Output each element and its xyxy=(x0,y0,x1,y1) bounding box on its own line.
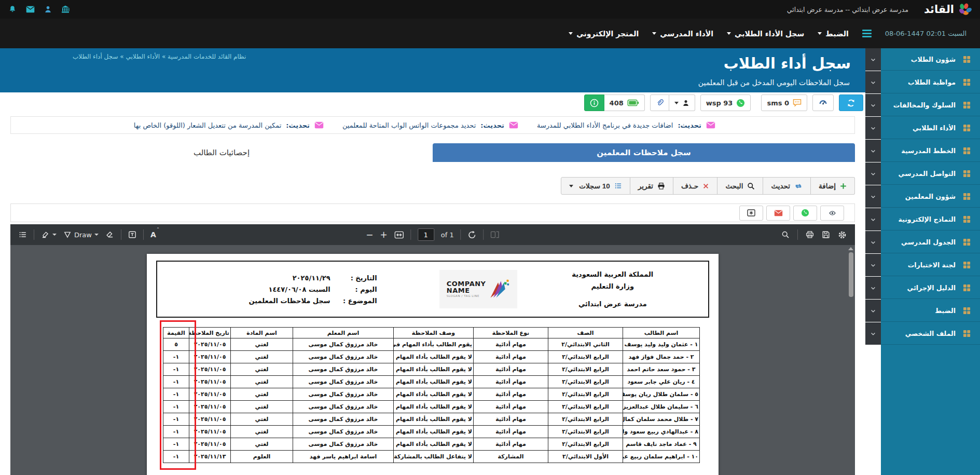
two-page-view-button[interactable] xyxy=(491,230,500,239)
update-message[interactable]: تحديث: اضافات جديدة في برنامج الأداء الط… xyxy=(537,121,715,129)
text-box-tool[interactable] xyxy=(128,230,136,239)
sidebar-item[interactable]: الملف الشخصي xyxy=(865,322,980,345)
pdf-settings-gear-icon[interactable] xyxy=(838,230,847,239)
sidebar-item-expander[interactable] xyxy=(865,48,881,71)
school-name: مدرسة عرض ابتدائي -- مدرسة عرض ابتدائي xyxy=(787,6,908,13)
user-menu-button[interactable] xyxy=(669,94,695,111)
sidebar-item-expander[interactable] xyxy=(865,322,881,345)
notes-count-button[interactable]: 408 xyxy=(604,94,645,111)
add-button[interactable]: إضافة xyxy=(811,177,855,195)
meta-row: اليوم : السبت ١٤٤٧/٠٦/٠٨ xyxy=(157,286,377,293)
zoom-in-button[interactable]: + xyxy=(380,229,388,240)
sidebar-item[interactable]: شؤون المعلمين xyxy=(865,185,980,208)
records-count-button[interactable]: 10 سجلات xyxy=(561,177,630,195)
scrollbar-thumb[interactable] xyxy=(849,252,853,297)
pdf-print-icon[interactable] xyxy=(806,230,814,239)
sidebar-item[interactable]: الخطط المدرسية xyxy=(865,140,980,162)
cell-note-type: مهام أدائية xyxy=(474,363,548,376)
refresh-page-button[interactable] xyxy=(839,94,863,111)
document-meta: التاريخ : ٢٠٢٥/١١/٢٩ اليوم : السبت ١٤٤٧/… xyxy=(157,274,439,305)
sidebar-item[interactable]: الأداء الطلابي xyxy=(865,117,980,139)
cell-subject: العلوم xyxy=(231,451,293,463)
nav-menu-item[interactable]: سجل الأداء الطلابي xyxy=(727,30,804,38)
update-message[interactable]: تحديث: تمكين المدرسة من تتعديل الشعار (ا… xyxy=(134,121,324,129)
sidebar-item-expander[interactable] xyxy=(865,300,881,322)
refresh-button[interactable]: تحديث xyxy=(763,177,811,195)
nav-menu-item[interactable]: الأداء المدرسي xyxy=(652,30,713,38)
mail-icon[interactable] xyxy=(26,6,35,13)
delete-button[interactable]: حـذف xyxy=(673,177,717,195)
pdf-save-icon[interactable] xyxy=(822,230,830,239)
highlighter-tool[interactable] xyxy=(41,230,57,239)
tab-student-statistics[interactable]: إحصائيات الطالب xyxy=(10,143,433,162)
report-button[interactable]: تقرير xyxy=(630,177,673,195)
sidebar-item[interactable]: الضبط xyxy=(865,300,980,322)
pdf-search-icon[interactable] xyxy=(781,230,790,239)
dashboard-button[interactable] xyxy=(812,94,834,111)
tab-teacher-notes-log[interactable]: سجل ملاحظات المعلمين xyxy=(433,143,855,162)
cell-teacher-name: خالد مرزوق كمال موسى xyxy=(293,351,394,363)
brand[interactable]: القائد xyxy=(924,3,972,16)
bell-icon[interactable] xyxy=(8,5,17,13)
user-icon[interactable] xyxy=(44,5,52,13)
sms-count-button[interactable]: sms 0 xyxy=(761,94,807,111)
fit-width-button[interactable] xyxy=(394,231,404,239)
hamburger-menu-icon[interactable] xyxy=(862,30,872,37)
page-title: سجل أداء الطلاب xyxy=(724,55,851,72)
sidebar-item-label: الخطط المدرسية xyxy=(901,147,956,155)
page-number-input[interactable]: 1 xyxy=(418,228,434,241)
text-annotation-tool[interactable]: Aˆ xyxy=(150,230,156,239)
sidebar-item[interactable]: مواظبة الطلاب xyxy=(865,71,980,93)
sidebar-item-expander[interactable] xyxy=(865,162,881,185)
zoom-out-button[interactable]: − xyxy=(366,229,373,240)
notes-count: 408 xyxy=(610,99,624,107)
draw-tool[interactable]: Draw xyxy=(63,230,99,239)
grid-icon xyxy=(963,330,971,337)
actions-toolbar: 10 سجلات تقرير حـذف البحث تحديث إضافة xyxy=(10,177,855,195)
sidebar-item[interactable]: شؤون الطلاب xyxy=(865,48,980,71)
sidebar-item[interactable]: التواصل المدرسي xyxy=(865,162,980,185)
eraser-tool[interactable] xyxy=(105,230,114,239)
pdf-scrollbar[interactable] xyxy=(848,247,853,473)
sidebar-item[interactable]: الدليل الإجرائي xyxy=(865,277,980,299)
cell-note-description: لا يقوم الطالب بأداء المهام في الحصة xyxy=(394,388,474,401)
sidebar-item[interactable]: الجدول المدرسي xyxy=(865,231,980,253)
meta-value: سجل ملاحظات المعلمين xyxy=(249,297,330,305)
chevron-down-icon xyxy=(727,32,731,35)
sidebar-item-expander[interactable] xyxy=(865,208,881,230)
send-mail-button[interactable] xyxy=(766,206,790,221)
table-header-cell: الصف xyxy=(548,328,623,338)
send-whatsapp-button[interactable] xyxy=(793,206,817,221)
breadcrumb[interactable]: نظام القائد للخدمات المدرسية » الأداء ال… xyxy=(73,53,246,60)
attachment-button[interactable] xyxy=(650,94,669,111)
meta-value: السبت ١٤٤٧/٠٦/٠٨ xyxy=(268,286,330,293)
sidebar-item-expander[interactable] xyxy=(865,254,881,276)
sidebar-item-expander[interactable] xyxy=(865,231,881,253)
export-image-button[interactable] xyxy=(739,206,763,221)
sidebar-item-expander[interactable] xyxy=(865,185,881,208)
whatsapp-count-button[interactable]: wsp 93 xyxy=(700,94,751,111)
nav-menu-item[interactable]: المتجر الإلكتروني xyxy=(569,30,639,38)
scroll-up-arrow[interactable] xyxy=(848,247,853,250)
update-message[interactable]: تحديث: تحديد مجموعات الواتس الواب المتاح… xyxy=(342,121,518,129)
rotate-button[interactable] xyxy=(468,230,477,239)
sidebar-item-label: مواظبة الطلاب xyxy=(908,78,956,86)
chevron-down-icon xyxy=(652,32,656,35)
sidebar-item-expander[interactable] xyxy=(865,71,881,93)
sidebar-item-expander[interactable] xyxy=(865,277,881,299)
sidebar-item[interactable]: لجنة الاختبارات xyxy=(865,254,980,276)
search-icon xyxy=(747,182,755,190)
document-page: المملكة العربية السعودية وزارة التعليم م… xyxy=(147,254,719,475)
search-button[interactable]: البحث xyxy=(717,177,763,195)
sidebar-item[interactable]: النماذج الإلكترونية xyxy=(865,208,980,230)
sidebar-item-label: النماذج الإلكترونية xyxy=(898,215,956,223)
sidebar-item[interactable]: السلوك والمخالفات xyxy=(865,94,980,116)
nav-menu-item[interactable]: الضبط xyxy=(818,30,849,38)
bank-icon[interactable] xyxy=(61,5,70,13)
preview-button[interactable] xyxy=(820,206,844,221)
info-button[interactable] xyxy=(584,94,604,111)
sidebar-item-expander[interactable] xyxy=(865,140,881,162)
pdf-sidebar-toggle-icon[interactable] xyxy=(19,230,27,239)
sidebar-item-expander[interactable] xyxy=(865,94,881,116)
sidebar-item-expander[interactable] xyxy=(865,117,881,139)
